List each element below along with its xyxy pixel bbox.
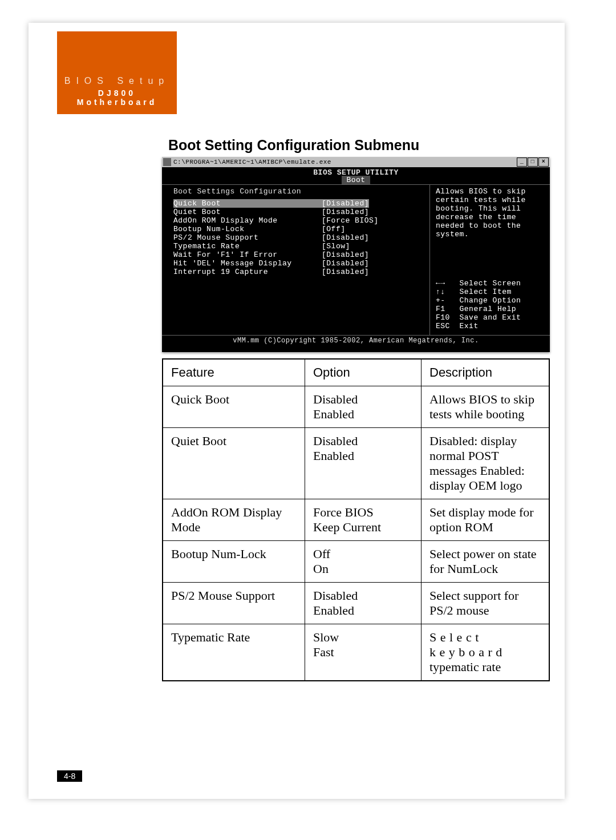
bios-setting-label: PS/2 Mouse Support: [173, 233, 322, 242]
bios-setting-label: Typematic Rate: [173, 242, 322, 251]
bios-setting-row[interactable]: Interrupt 19 Capture[Disabled]: [173, 268, 424, 276]
bios-help-panel: Allows BIOS to skip certain tests while …: [430, 185, 550, 335]
header-block: BIOS Setup DJ800 Motherboard: [57, 31, 177, 114]
bios-body: Boot Settings Configuration Quick Boot[D…: [162, 184, 550, 336]
bios-panel-heading: Boot Settings Configuration: [173, 187, 424, 196]
maximize-icon[interactable]: □: [528, 158, 538, 167]
page-number: 4-8: [57, 770, 82, 782]
bios-setting-row[interactable]: Quick Boot[Disabled]: [173, 199, 424, 208]
bios-setting-row[interactable]: Quiet Boot[Disabled]: [173, 208, 424, 216]
bios-setting-label: AddOn ROM Display Mode: [173, 216, 322, 225]
cell-description: Select keyboardtypematic rate: [422, 624, 550, 681]
table-row: Quick BootDisabled EnabledAllows BIOS to…: [163, 386, 549, 428]
app-icon: [163, 158, 171, 166]
cell-description: Disabled: display normal POST messages E…: [422, 428, 550, 499]
table-row: Typematic RateSlow FastSelect keyboardty…: [163, 624, 549, 681]
cell-option: Disabled Enabled: [305, 386, 422, 428]
bios-setting-value: [Disabled]: [322, 208, 369, 216]
cell-feature: AddOn ROM Display Mode: [163, 499, 305, 541]
bios-setting-row[interactable]: AddOn ROM Display Mode[Force BIOS]: [173, 216, 424, 225]
table-header-row: Feature Option Description: [163, 359, 549, 386]
bios-setting-label: Interrupt 19 Capture: [173, 268, 322, 276]
bios-setting-row[interactable]: Hit 'DEL' Message Display[Disabled]: [173, 259, 424, 268]
window-titlebar: C:\PROGRA~1\AMERIC~1\AMIBCP\emulate.exe …: [162, 157, 550, 167]
bios-help-text: Allows BIOS to skip certain tests while …: [436, 187, 544, 239]
bios-setting-value: [Disabled]: [322, 199, 369, 208]
bios-setting-row[interactable]: Typematic Rate[Slow]: [173, 242, 424, 251]
cell-option: Force BIOS Keep Current: [305, 499, 422, 541]
cell-description: Allows BIOS to skip tests while booting: [422, 386, 550, 428]
bios-setting-row[interactable]: Wait For 'F1' If Error[Disabled]: [173, 251, 424, 259]
table-row: Quiet BootDisabled EnabledDisabled: disp…: [163, 428, 549, 499]
cell-feature: PS/2 Mouse Support: [163, 583, 305, 624]
cell-feature: Typematic Rate: [163, 624, 305, 681]
bios-setting-label: Quiet Boot: [173, 208, 322, 216]
cell-option: Slow Fast: [305, 624, 422, 681]
cell-description: Select support for PS/2 mouse: [422, 583, 550, 624]
bios-setting-label: Wait For 'F1' If Error: [173, 251, 322, 259]
cell-description: Select power on state for NumLock: [422, 541, 550, 583]
cell-option: Disabled Enabled: [305, 428, 422, 499]
bios-setting-value: [Disabled]: [322, 251, 369, 259]
section-title: Boot Setting Configuration Submenu: [168, 137, 419, 154]
bios-setting-value: [Disabled]: [322, 259, 369, 268]
cell-feature: Quiet Boot: [163, 428, 305, 499]
window-title-path: C:\PROGRA~1\AMERIC~1\AMIBCP\emulate.exe: [173, 159, 516, 165]
bios-setting-row[interactable]: PS/2 Mouse Support[Disabled]: [173, 233, 424, 242]
bios-setting-row[interactable]: Bootup Num-Lock[Off]: [173, 225, 424, 233]
bios-setting-label: Hit 'DEL' Message Display: [173, 259, 322, 268]
bios-setting-value: [Slow]: [322, 242, 350, 251]
header-model: DJ800 Motherboard: [57, 88, 177, 107]
bios-tab-bar: Boot: [162, 176, 550, 184]
feature-table: Feature Option Description Quick BootDis…: [162, 358, 550, 681]
cell-option: Disabled Enabled: [305, 583, 422, 624]
cell-option: Off On: [305, 541, 422, 583]
bios-setting-label: Bootup Num-Lock: [173, 225, 322, 233]
table-row: PS/2 Mouse SupportDisabled EnabledSelect…: [163, 583, 549, 624]
bios-setting-value: [Disabled]: [322, 233, 369, 242]
bios-key-legend: ←→ Select Screen ↑↓ Select Item +- Chang…: [436, 279, 521, 330]
close-icon[interactable]: ×: [538, 158, 549, 167]
bios-screenshot: C:\PROGRA~1\AMERIC~1\AMIBCP\emulate.exe …: [162, 157, 550, 352]
table-row: Bootup Num-LockOff OnSelect power on sta…: [163, 541, 549, 583]
table-header-feature: Feature: [163, 359, 305, 386]
table-row: AddOn ROM Display ModeForce BIOS Keep Cu…: [163, 499, 549, 541]
table-header-option: Option: [305, 359, 422, 386]
bios-setting-label: Quick Boot: [173, 199, 322, 208]
minimize-icon[interactable]: _: [517, 158, 527, 167]
bios-settings-panel: Boot Settings Configuration Quick Boot[D…: [162, 185, 430, 335]
cell-feature: Bootup Num-Lock: [163, 541, 305, 583]
bios-setting-value: [Force BIOS]: [322, 216, 379, 225]
table-header-description: Description: [422, 359, 550, 386]
bios-footer: vMM.mm (C)Copyright 1985-2002, American …: [162, 337, 550, 345]
bios-active-tab[interactable]: Boot: [342, 176, 370, 184]
document-page: BIOS Setup DJ800 Motherboard Boot Settin…: [29, 23, 565, 799]
header-section-label: BIOS Setup: [57, 76, 177, 86]
bios-setting-value: [Off]: [322, 225, 346, 233]
cell-description: Set display mode for option ROM: [422, 499, 550, 541]
cell-feature: Quick Boot: [163, 386, 305, 428]
bios-setting-value: [Disabled]: [322, 268, 369, 276]
